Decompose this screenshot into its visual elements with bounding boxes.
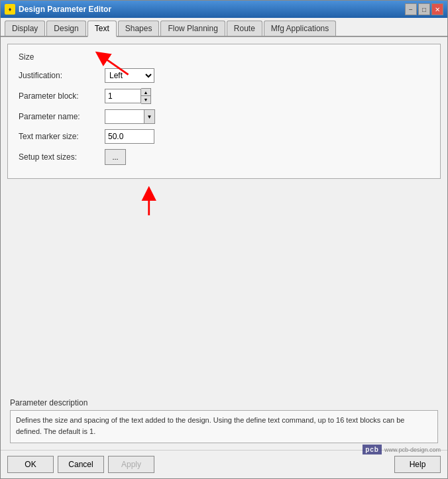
title-bar: ♦ Design Parameter Editor − □ ✕ (1, 1, 447, 18)
footer-right: Help (394, 456, 441, 473)
parameter-block-down[interactable]: ▼ (141, 96, 150, 103)
app-icon: ♦ (5, 4, 15, 15)
text-marker-size-row: Text marker size: (19, 129, 429, 144)
parameter-name-dropdown-arrow[interactable]: ▼ (144, 109, 155, 124)
tab-route[interactable]: Route (227, 21, 262, 36)
parameter-block-control: ▲ ▼ (105, 88, 151, 104)
minimize-button[interactable]: − (405, 3, 417, 15)
size-panel: Size Justification: Left Center Right Pa… (7, 44, 441, 179)
parameter-name-input[interactable] (105, 109, 144, 124)
description-title: Parameter description (10, 398, 438, 407)
watermark: pcb www.pcb-design.com (363, 445, 441, 454)
setup-text-sizes-button[interactable]: ... (105, 149, 126, 165)
tab-design[interactable]: Design (46, 21, 85, 36)
tab-text[interactable]: Text (87, 21, 117, 37)
window-controls: − □ ✕ (405, 3, 443, 15)
parameter-block-row: Parameter block: ▲ ▼ (19, 88, 429, 104)
window-title: Design Parameter Editor (19, 5, 405, 14)
tab-mfg-applications[interactable]: Mfg Applications (264, 21, 336, 36)
tab-display[interactable]: Display (5, 21, 45, 36)
justification-select[interactable]: Left Center Right (105, 68, 154, 83)
justification-row: Justification: Left Center Right (19, 68, 429, 83)
cancel-button[interactable]: Cancel (58, 456, 104, 473)
setup-text-sizes-control: ... (105, 149, 126, 165)
tab-flow-planning[interactable]: Flow Planning (160, 21, 225, 36)
content-area: Size Justification: Left Center Right Pa… (1, 37, 447, 450)
parameter-name-row: Parameter name: ▼ (19, 109, 429, 124)
ok-button[interactable]: OK (7, 456, 54, 473)
close-button[interactable]: ✕ (431, 3, 443, 15)
text-marker-size-label: Text marker size: (19, 132, 105, 141)
maximize-button[interactable]: □ (418, 3, 430, 15)
text-marker-size-control (105, 129, 154, 144)
justification-label: Justification: (19, 71, 105, 80)
description-text: Defines the size and spacing of the text… (10, 410, 438, 443)
watermark-logo: pcb (363, 445, 382, 454)
parameter-name-label: Parameter name: (19, 112, 105, 121)
parameter-name-control: ▼ (105, 109, 155, 124)
tab-shapes[interactable]: Shapes (118, 21, 160, 36)
panel-title: Size (19, 52, 429, 62)
parameter-block-up[interactable]: ▲ (141, 89, 150, 96)
parameter-block-label: Parameter block: (19, 91, 105, 101)
parameter-block-spinner: ▲ ▼ (141, 88, 151, 104)
help-button[interactable]: Help (394, 456, 441, 473)
description-area: Parameter description Defines the size a… (7, 398, 441, 443)
tab-bar: Display Design Text Shapes Flow Planning… (1, 18, 447, 37)
watermark-url: www.pcb-design.com (384, 447, 441, 453)
justification-control: Left Center Right (105, 68, 154, 83)
setup-text-sizes-row: Setup text sizes: ... (19, 149, 429, 165)
setup-text-sizes-label: Setup text sizes: (19, 152, 105, 162)
parameter-block-input[interactable] (105, 89, 141, 103)
text-marker-size-input[interactable] (105, 129, 154, 144)
apply-button[interactable]: Apply (108, 456, 154, 473)
